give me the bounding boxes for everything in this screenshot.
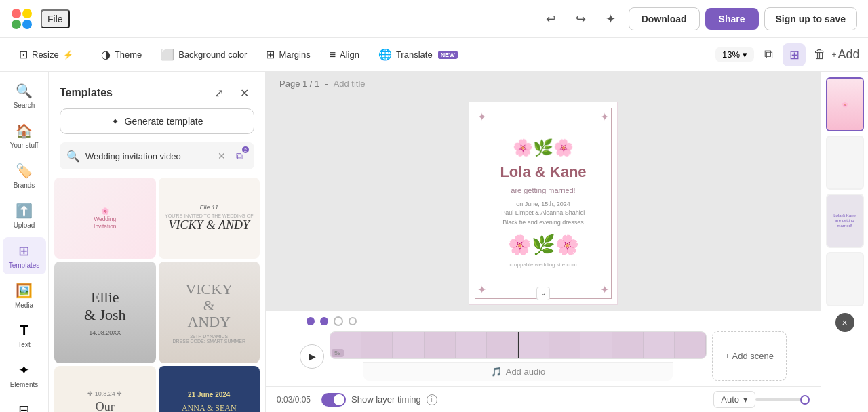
trash-button[interactable]: 🗑 (808, 43, 831, 66)
right-panel-close-button[interactable]: × (835, 313, 854, 332)
tl-frame-8 (549, 332, 580, 358)
show-layer-timing-toggle[interactable]: Show layer timing i (321, 393, 437, 407)
resize-button[interactable]: ⊡ Resize ⚡ (11, 44, 81, 65)
card-names2: Paul Limpet & Aleanna Shahidi (501, 209, 585, 218)
translate-button[interactable]: 🌐 Translate NEW (370, 44, 466, 65)
text-icon: T (20, 323, 28, 338)
timeline-dot-3[interactable] (334, 316, 343, 326)
layout-button[interactable]: ⊞ (783, 43, 806, 66)
play-icon: ▶ (309, 351, 316, 362)
file-menu-button[interactable]: File (41, 9, 70, 28)
sidebar-item-media[interactable]: 🖼️ Media (3, 277, 46, 314)
media-icon: 🖼️ (16, 283, 33, 299)
svg-point-3 (22, 20, 32, 29)
theme-label: Theme (115, 49, 142, 60)
right-thumb-1[interactable]: 🌸 (826, 77, 864, 131)
panel-expand-button[interactable]: ⤢ (208, 83, 229, 103)
logo-icon[interactable] (11, 8, 33, 30)
search-input[interactable] (85, 151, 212, 161)
timeline-dot-1[interactable] (307, 317, 315, 325)
timeline-frames[interactable]: 5s (330, 331, 707, 359)
margins-button[interactable]: ⊞ Margins (258, 44, 318, 65)
auto-select[interactable]: Auto ▾ (713, 391, 755, 408)
template-thumb-6[interactable]: 21 June 2024 ANNA & SEAN BLACK TIE& EVEN… (159, 366, 260, 412)
sidebar-item-grids[interactable]: ⊟ Grids (3, 396, 46, 412)
home-icon: 🏠 (16, 123, 33, 139)
add-icon: + (831, 50, 836, 60)
right-thumb-2[interactable] (826, 136, 864, 190)
theme-button[interactable]: ◑ Theme (93, 44, 150, 65)
card-flowers-top: 🌸🌿🌸 (513, 138, 574, 157)
add-label: Add (838, 47, 860, 62)
toggle-switch[interactable] (321, 393, 346, 407)
templates-row-2: Ellie& Josh 14.08.20XX VICKY&ANDY 29TH D… (54, 262, 260, 363)
add-button[interactable]: + Add (834, 43, 857, 66)
redo-button[interactable]: ↪ (569, 7, 593, 31)
timeline-dot-4[interactable] (349, 317, 357, 325)
thumb4-inner: VICKY&ANDY 29TH DYNAMICSDRESS CODE: SMAR… (159, 262, 260, 363)
brands-icon: 🏷️ (16, 163, 33, 179)
sidebar-item-media-label: Media (15, 302, 33, 309)
add-title-button[interactable]: Add title (334, 79, 366, 89)
templates-row-1: 🌸WeddingInvitation Elle 11 YOU'RE INVITE… (54, 178, 260, 259)
resize-badge-icon: ⚡ (63, 50, 73, 60)
margins-label: Margins (279, 49, 310, 60)
sidebar-item-upload[interactable]: ⬆️ Upload (3, 197, 46, 234)
template-thumb-2[interactable]: Elle 11 YOU'RE INVITED TO THE WEDDING OF… (159, 178, 260, 259)
timeline-dot-2[interactable] (320, 317, 328, 325)
thumb1-inner: 🌸WeddingInvitation (54, 178, 156, 259)
template-thumb-3[interactable]: Ellie& Josh 14.08.20XX (54, 262, 156, 363)
sidebar-item-your-stuff[interactable]: 🏠 Your stuff (3, 117, 46, 154)
slider-track[interactable] (755, 398, 810, 401)
right-thumb-1-inner: 🌸 (827, 79, 863, 130)
sidebar-item-brands[interactable]: 🏷️ Brands (3, 157, 46, 194)
card-names: Lola & Kane (500, 163, 586, 182)
sidebar-item-search[interactable]: 🔍 Search (3, 77, 46, 115)
template-thumb-5[interactable]: ✤ 10.8.24 ✤ OurWedding Paul Limpet& Alea… (54, 366, 156, 412)
add-scene-button[interactable]: + Add scene (712, 331, 787, 381)
zoom-control[interactable]: 13% ▾ (715, 47, 754, 62)
timeline-cursor[interactable] (518, 331, 519, 358)
tl-frame-10 (612, 332, 644, 358)
slider-thumb[interactable] (800, 395, 810, 405)
tl-frame-11 (644, 332, 675, 358)
sidebar-item-text[interactable]: T Text (3, 317, 46, 354)
page-label: Page 1 / 1 - Add title (266, 72, 821, 96)
template-thumb-4[interactable]: VICKY&ANDY 29TH DYNAMICSDRESS CODE: SMAR… (159, 262, 260, 363)
search-bar-icon: 🔍 (66, 150, 80, 163)
card-flowers-bottom: 🌸🌿🌸 (508, 234, 579, 256)
template-thumb-1[interactable]: 🌸WeddingInvitation (54, 178, 156, 259)
magic-button[interactable]: ✦ (599, 7, 623, 31)
bg-color-button[interactable]: ⬜ Background color (153, 44, 255, 65)
copy-button[interactable]: ⧉ (757, 43, 780, 66)
align-button[interactable]: ≡ Align (321, 45, 368, 65)
timeline-dots (266, 311, 821, 331)
panel-close-button[interactable]: ✕ (234, 83, 254, 103)
panel-actions: ⤢ ✕ (208, 83, 254, 103)
share-button[interactable]: Share (705, 8, 759, 30)
corner-br-icon: ✦ (600, 283, 609, 296)
generate-template-button[interactable]: ✦ Generate template (60, 108, 254, 134)
card-details: on June, 15th, 2024 Paul Limpet & Aleann… (501, 200, 585, 228)
canvas-wrapper[interactable]: ✦ ✦ ✦ ✦ 🌸🌿🌸 Lola & Kane are getting marr… (266, 96, 821, 310)
undo-button[interactable]: ↩ (539, 7, 564, 31)
sidebar-item-elements[interactable]: ✦ Elements (3, 356, 46, 394)
toolbar2-right: 13% ▾ ⧉ ⊞ 🗑 + Add (715, 43, 857, 66)
right-thumb-3[interactable]: Lola & Kaneare gettingmarried! (826, 194, 864, 248)
download-button[interactable]: Download (629, 7, 700, 30)
svg-point-0 (12, 9, 21, 18)
play-button[interactable]: ▶ (300, 344, 324, 369)
canvas-expand-button[interactable]: ⌄ (536, 287, 550, 300)
search-filter-button[interactable]: ⧉ 2 (231, 148, 248, 164)
info-icon[interactable]: i (427, 394, 437, 405)
add-audio-button[interactable]: 🎵 Add audio (363, 362, 673, 381)
right-thumb-4[interactable] (826, 252, 864, 306)
tl-frame-12 (675, 332, 706, 358)
audio-icon: 🎵 (491, 367, 502, 377)
toolbar2-divider (87, 45, 87, 64)
thumb6-inner: 21 June 2024 ANNA & SEAN BLACK TIE& EVEN… (159, 366, 260, 412)
search-clear-button[interactable]: ✕ (218, 150, 226, 161)
sidebar-item-templates[interactable]: ⊞ Templates (3, 237, 46, 274)
main-content: 🔍 Search 🏠 Your stuff 🏷️ Brands ⬆️ Uploa… (0, 72, 868, 412)
signup-button[interactable]: Sign up to save (764, 7, 857, 30)
